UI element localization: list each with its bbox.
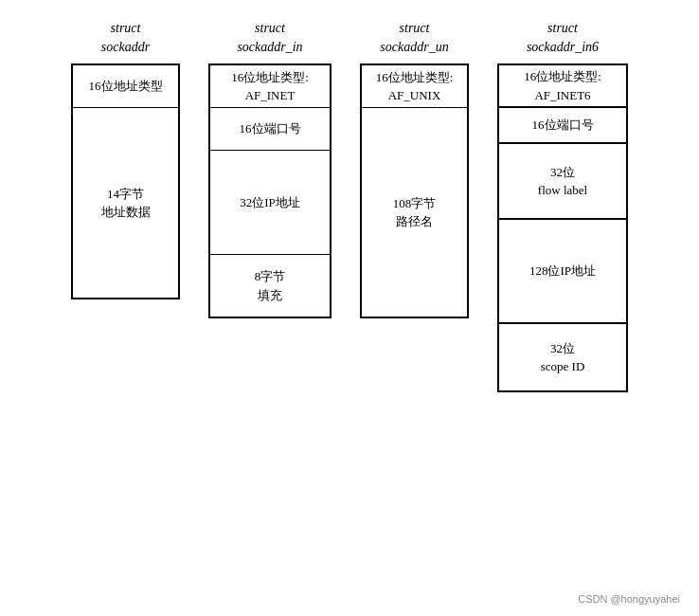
sockaddr-in6-ip-cell: 128位IP地址 bbox=[499, 220, 626, 324]
struct-sockaddr-in: structsockaddr_in 16位地址类型:AF_INET 16位端口号… bbox=[208, 19, 332, 318]
sockaddr-in-type-cell: 16位地址类型:AF_INET bbox=[210, 65, 330, 108]
struct-sockaddr-un: structsockaddr_un 16位地址类型:AF_UNIX 108字节路… bbox=[360, 19, 469, 318]
sockaddr-in-port-cell: 16位端口号 bbox=[210, 108, 330, 151]
struct-sockaddr-in6-box: 16位地址类型:AF_INET6 16位端口号 32位flow label 12… bbox=[497, 63, 628, 392]
struct-sockaddr-in6: structsockaddr_in6 16位地址类型:AF_INET6 16位端… bbox=[497, 19, 628, 392]
sockaddr-data-cell: 14字节地址数据 bbox=[73, 108, 178, 298]
sockaddr-un-path-cell: 108字节路径名 bbox=[362, 108, 467, 317]
struct-sockaddr-box: 16位地址类型 14字节地址数据 bbox=[71, 63, 180, 299]
sockaddr-in6-scope-cell: 32位scope ID bbox=[499, 324, 626, 390]
sockaddr-in6-flow-cell: 32位flow label bbox=[499, 144, 626, 220]
struct-sockaddr: structsockaddr 16位地址类型 14字节地址数据 bbox=[71, 19, 180, 299]
sockaddr-in6-port-cell: 16位端口号 bbox=[499, 108, 626, 144]
struct-sockaddr-un-title: structsockaddr_un bbox=[380, 19, 448, 56]
sockaddr-un-type-cell: 16位地址类型:AF_UNIX bbox=[362, 65, 467, 108]
struct-sockaddr-in-box: 16位地址类型:AF_INET 16位端口号 32位IP地址 8字节填充 bbox=[208, 63, 332, 318]
struct-sockaddr-un-box: 16位地址类型:AF_UNIX 108字节路径名 bbox=[360, 63, 469, 318]
sockaddr-type-cell: 16位地址类型 bbox=[73, 65, 178, 108]
sockaddr-in-ip-cell: 32位IP地址 bbox=[210, 151, 330, 255]
sockaddr-in6-type-cell: 16位地址类型:AF_INET6 bbox=[499, 65, 626, 108]
struct-sockaddr-title: structsockaddr bbox=[101, 19, 150, 56]
struct-sockaddr-in6-title: structsockaddr_in6 bbox=[527, 19, 599, 56]
sockaddr-in-pad-cell: 8字节填充 bbox=[210, 255, 330, 317]
footer-attribution: CSDN @hongyuyahei bbox=[578, 593, 680, 605]
struct-sockaddr-in-title: structsockaddr_in bbox=[237, 19, 302, 56]
diagram-container: structsockaddr 16位地址类型 14字节地址数据 structso… bbox=[9, 19, 690, 392]
